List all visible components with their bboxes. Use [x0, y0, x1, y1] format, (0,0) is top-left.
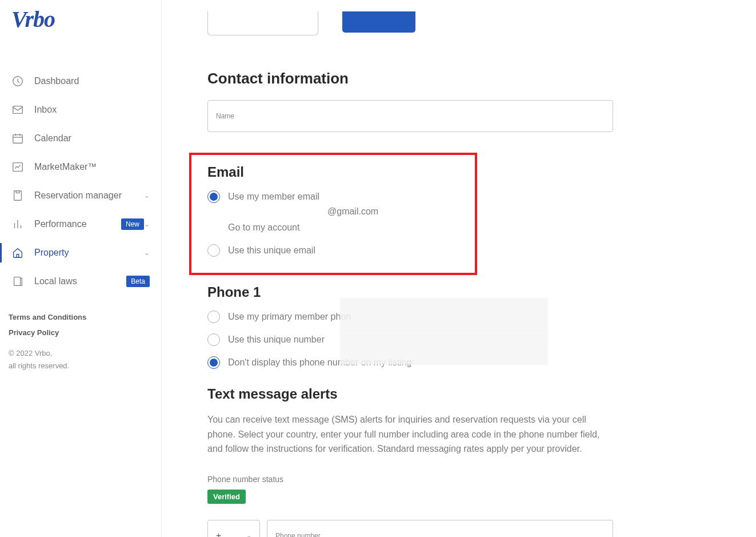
sidebar-item-label: Reservation manager: [34, 190, 144, 201]
redaction-overlay: [340, 298, 548, 333]
sidebar-item-calendar[interactable]: Calendar: [0, 124, 161, 153]
sidebar-item-label: Property: [34, 248, 144, 258]
phone-number-label: Phone number: [275, 532, 605, 537]
radio-icon: [207, 333, 220, 346]
radio-icon: [207, 356, 220, 369]
logo-text: Vrbo: [11, 6, 55, 32]
chevron-down-icon: ⌄: [144, 249, 150, 257]
sidebar-item-dashboard[interactable]: Dashboard: [0, 67, 161, 96]
verified-badge: Verified: [207, 490, 246, 504]
reservation-icon: [11, 189, 24, 202]
partial-outline-button[interactable]: [207, 11, 318, 35]
phone-status-label: Phone number status: [207, 475, 613, 484]
property-icon: [11, 246, 24, 259]
radio-use-unique-email[interactable]: Use this unique email: [207, 244, 459, 257]
sidebar-item-performance[interactable]: Performance New ⌄: [0, 210, 161, 238]
svg-rect-1: [13, 106, 23, 114]
radio-label: Use my member email: [228, 192, 319, 202]
radio-label: Use this unique number: [228, 335, 325, 345]
logo[interactable]: Vrbo: [0, 6, 161, 38]
beta-badge: Beta: [126, 276, 150, 287]
copyright: © 2022 Vrbo, all rights reserved.: [9, 347, 150, 372]
sidebar-item-label: MarketMaker™: [34, 162, 150, 172]
name-input[interactable]: Name: [207, 100, 613, 132]
radio-use-member-email[interactable]: Use my member email: [207, 190, 459, 203]
performance-icon: [11, 218, 24, 230]
name-input-label: Name: [216, 112, 605, 120]
sidebar-item-label: Local laws: [34, 276, 126, 287]
sidebar-item-label: Performance: [34, 219, 115, 229]
sidebar-item-inbox[interactable]: Inbox: [0, 96, 161, 124]
country-code-select[interactable]: + ⌄: [207, 520, 260, 537]
svg-rect-2: [13, 135, 23, 144]
radio-icon: [207, 190, 220, 203]
sidebar-item-label: Dashboard: [34, 76, 150, 86]
sidebar-item-reservation-manager[interactable]: Reservation manager ⌄: [0, 181, 161, 210]
chevron-down-icon: ⌄: [246, 532, 251, 537]
dashboard-icon: [11, 75, 24, 87]
chevron-down-icon: ⌄: [144, 220, 150, 228]
sidebar-item-marketmaker[interactable]: MarketMaker™: [0, 153, 161, 181]
main-content: Contact information Name Email Use my me…: [162, 0, 756, 537]
phone-input-row: + ⌄ Phone number: [207, 520, 613, 537]
laws-icon: [11, 275, 24, 288]
svg-rect-4: [14, 191, 22, 201]
email-highlight: Email Use my member email @gmail.com Go …: [189, 153, 477, 275]
chevron-down-icon: ⌄: [144, 192, 150, 200]
contact-heading: Contact information: [207, 70, 613, 87]
sidebar-footer: Terms and Conditions Privacy Policy © 20…: [0, 296, 161, 372]
sidebar: Vrbo Dashboard Inbox Calendar MarketMake…: [0, 0, 162, 537]
sidebar-item-label: Inbox: [34, 105, 150, 115]
redaction-overlay: [340, 333, 548, 365]
partial-solid-button[interactable]: [342, 11, 415, 33]
radio-icon: [207, 244, 220, 257]
svg-rect-5: [14, 277, 21, 286]
chart-icon: [11, 161, 24, 173]
sidebar-item-property[interactable]: Property ⌄: [0, 238, 161, 267]
terms-link[interactable]: Terms and Conditions: [9, 313, 150, 321]
phone-number-input[interactable]: Phone number: [267, 520, 613, 537]
radio-label: Use this unique email: [228, 245, 315, 256]
privacy-link[interactable]: Privacy Policy: [9, 328, 150, 337]
email-heading: Email: [207, 164, 459, 180]
email-value: @gmail.com: [327, 206, 459, 217]
sidebar-item-local-laws[interactable]: Local laws Beta: [0, 267, 161, 296]
radio-icon: [207, 311, 220, 323]
sms-description: You can receive text message (SMS) alert…: [207, 412, 613, 456]
go-to-account-link[interactable]: Go to my account: [228, 222, 459, 233]
inbox-icon: [11, 104, 24, 116]
new-badge: New: [121, 218, 144, 230]
sidebar-item-label: Calendar: [34, 133, 150, 144]
country-prefix: +: [216, 531, 221, 537]
calendar-icon: [11, 132, 24, 145]
sms-heading: Text message alerts: [207, 386, 613, 402]
radio-label: Use my primary member phon: [228, 312, 351, 322]
